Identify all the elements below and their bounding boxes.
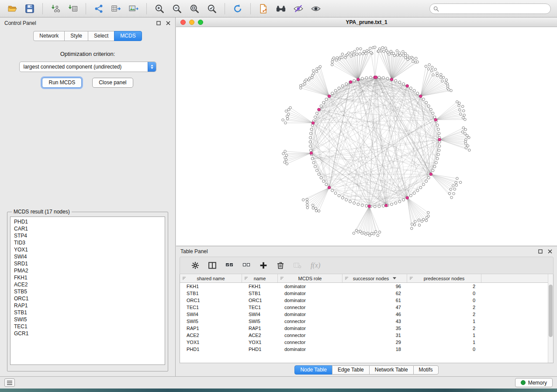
table-tabs: Node TableEdge TableNetwork TableMotifs <box>176 363 557 376</box>
deselect-all-button[interactable] <box>242 261 250 269</box>
result-node[interactable]: PHD1 <box>14 218 165 225</box>
export-table-button[interactable] <box>108 2 124 15</box>
chevron-down-icon[interactable] <box>393 277 396 279</box>
document-share-button[interactable] <box>256 2 271 15</box>
table-row[interactable]: YOX1YOX1connector291 <box>180 339 553 346</box>
column-label: MCDS role <box>298 276 322 281</box>
result-node[interactable]: SRD1 <box>14 260 165 267</box>
tab-network[interactable]: Network <box>33 31 65 41</box>
toolbar-separator <box>225 3 225 14</box>
table-row[interactable]: STB1STB1dominator620 <box>180 290 553 297</box>
add-button[interactable] <box>259 261 267 269</box>
table-scrollbar[interactable] <box>548 274 553 363</box>
tab-node-table[interactable]: Node Table <box>294 365 332 375</box>
save-button[interactable] <box>22 2 38 15</box>
result-node[interactable]: RAP1 <box>14 302 165 309</box>
result-node[interactable]: CAR1 <box>14 225 165 232</box>
clear-filter-button[interactable] <box>294 261 301 269</box>
column-header-shared-name[interactable]: shared name <box>180 274 242 282</box>
zoom-in-button[interactable] <box>152 2 167 15</box>
result-node[interactable]: GCR1 <box>14 330 165 337</box>
tab-edge-table[interactable]: Edge Table <box>332 365 370 375</box>
settings-button[interactable] <box>191 261 199 269</box>
zoom-selected-button[interactable] <box>204 2 220 15</box>
hide-selected-button[interactable] <box>291 2 306 15</box>
result-node[interactable]: YOX1 <box>14 246 165 253</box>
column-header-successor-nodes[interactable]: successor nodes <box>343 274 407 282</box>
panel-toggle-button[interactable] <box>4 378 15 387</box>
zoom-in-icon <box>155 4 164 14</box>
refresh-button[interactable] <box>230 2 246 15</box>
tab-network-table[interactable]: Network Table <box>369 365 414 375</box>
cell-shared-name: SWI4 <box>180 311 242 318</box>
result-node[interactable]: ORC1 <box>14 295 165 302</box>
close-panel-icon[interactable] <box>166 21 171 26</box>
tab-style[interactable]: Style <box>64 31 88 41</box>
network-titlebar[interactable]: YPA_prune.txt_1 <box>176 17 557 27</box>
tab-mcds[interactable]: MCDS <box>114 31 142 41</box>
result-node[interactable]: TID3 <box>14 239 165 246</box>
settings-icon <box>191 261 199 269</box>
delete-button[interactable] <box>277 261 284 269</box>
table-row[interactable]: PHD1PHD1dominator180 <box>180 346 553 353</box>
run-mcds-button[interactable]: Run MCDS <box>42 78 82 88</box>
function-builder-button[interactable]: f(x) <box>311 261 320 269</box>
import-table-button[interactable] <box>65 2 81 15</box>
search-input[interactable] <box>441 6 547 12</box>
cell-successor-nodes: 29 <box>343 339 407 346</box>
result-node[interactable]: STB5 <box>14 288 165 295</box>
export-network-button[interactable] <box>91 2 107 15</box>
memory-button[interactable]: Memory <box>515 378 553 387</box>
export-image-button[interactable] <box>126 2 142 15</box>
toolbar-separator <box>86 3 86 14</box>
scrollbar-thumb[interactable] <box>549 285 553 337</box>
float-panel-icon[interactable] <box>156 21 161 26</box>
cell-predecessor-nodes: 2 <box>407 283 481 290</box>
column-header-name[interactable]: name <box>242 274 278 282</box>
cell-predecessor-nodes: 1 <box>407 339 481 346</box>
result-node[interactable]: PMA2 <box>14 267 165 274</box>
mcds-result-list[interactable]: PHD1CAR1STP4TID3YOX1SWI4SRD1PMA2FKH1ACE2… <box>10 217 165 365</box>
result-node[interactable]: SWI5 <box>14 316 165 323</box>
table-row[interactable]: FKH1FKH1dominator962 <box>180 283 553 290</box>
cell-successor-nodes: 62 <box>343 290 407 297</box>
network-view[interactable] <box>176 27 557 246</box>
tab-motifs[interactable]: Motifs <box>413 365 439 375</box>
tab-select[interactable]: Select <box>88 31 114 41</box>
node-table: shared namenameMCDS rolesuccessor nodesp… <box>180 274 554 363</box>
hide-selected-icon <box>294 4 303 14</box>
result-node[interactable]: STB1 <box>14 309 165 316</box>
result-node[interactable]: ACE2 <box>14 281 165 288</box>
select-all-button[interactable] <box>225 261 233 269</box>
open-folder-button[interactable] <box>4 2 20 15</box>
criterion-dropdown[interactable]: largest connected component (undirected) <box>19 62 156 72</box>
result-node[interactable]: STP4 <box>14 232 165 239</box>
split-panel-button[interactable] <box>208 261 216 269</box>
column-header-MCDS-role[interactable]: MCDS role <box>278 274 343 282</box>
clear-filter-icon <box>294 261 301 269</box>
result-node[interactable]: TEC1 <box>14 323 165 330</box>
import-network-button[interactable] <box>48 2 63 15</box>
sort-icon <box>345 276 349 281</box>
result-node[interactable]: SWI4 <box>14 253 165 260</box>
table-row[interactable]: RAP1RAP1dominator352 <box>180 325 553 332</box>
zoom-fit-icon <box>190 4 199 14</box>
column-header-predecessor-nodes[interactable]: predecessor nodes <box>407 274 481 282</box>
table-row[interactable]: TEC1TEC1connector472 <box>180 304 553 311</box>
float-panel-icon[interactable] <box>538 249 543 254</box>
table-row[interactable]: SWI5SWI5connector431 <box>180 318 553 325</box>
close-panel-icon[interactable] <box>547 249 553 254</box>
column-label: name <box>254 276 266 281</box>
zoom-out-button[interactable] <box>169 2 185 15</box>
table-row[interactable]: SWI4SWI4dominator462 <box>180 311 553 318</box>
refresh-icon <box>233 4 242 14</box>
sort-icon <box>280 276 284 281</box>
show-selected-button[interactable] <box>308 2 324 15</box>
zoom-fit-button[interactable] <box>187 2 202 15</box>
search-network-button[interactable] <box>273 2 289 15</box>
table-row[interactable]: ACE2ACE2connector311 <box>180 332 553 339</box>
close-panel-button[interactable]: Close panel <box>92 78 133 88</box>
search-box[interactable] <box>429 3 551 14</box>
result-node[interactable]: FKH1 <box>14 274 165 281</box>
table-row[interactable]: ORC1ORC1dominator610 <box>180 297 553 304</box>
